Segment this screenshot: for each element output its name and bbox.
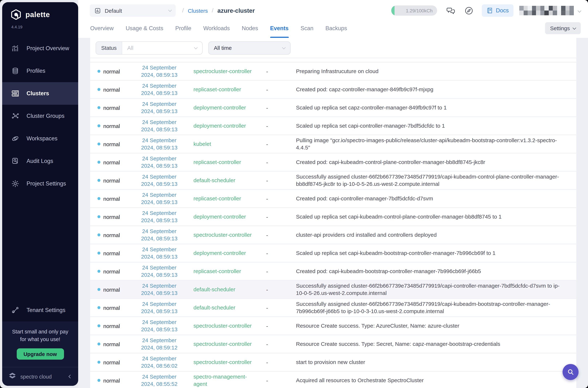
status-cell: normal <box>97 305 132 311</box>
tab-workloads[interactable]: Workloads <box>203 19 230 38</box>
message-cell: Resource Create success. Type: AzureClus… <box>285 322 570 329</box>
docs-button[interactable]: Docs <box>482 4 514 17</box>
table-row[interactable]: normal 24 September 2024, 08:59:13 spect… <box>90 63 576 81</box>
dash-cell: - <box>263 341 285 347</box>
date-cell: 24 September 2024, 08:59:13 <box>132 282 186 297</box>
table-row[interactable]: normal 24 September 2024, 08:59:13 spect… <box>90 226 576 244</box>
sidebar-footer: spectro cloud <box>2 367 78 386</box>
status-label: normal <box>103 68 120 74</box>
table-row[interactable]: normal 24 September 2024, 08:59:13 repli… <box>90 263 576 281</box>
date-line1: 24 September <box>132 300 186 308</box>
doc-search-icon <box>11 157 19 165</box>
promo-text-line2: for what you use! <box>7 336 73 343</box>
sidebar-item-audit-logs[interactable]: Audit Logs <box>2 150 78 172</box>
breadcrumb-clusters-link[interactable]: Clusters <box>188 7 208 14</box>
sidebar-item-tenant-settings[interactable]: Tenant Settings <box>2 299 78 321</box>
status-cell: normal <box>97 359 132 365</box>
source-cell: spectrocluster-controller <box>186 231 263 239</box>
message-cell: Created pod: capi-controller-manager-7bd… <box>285 195 570 202</box>
status-label: normal <box>103 177 120 183</box>
date-cell: 24 September 2024, 08:59:13 <box>132 119 186 133</box>
tab-backups[interactable]: Backups <box>326 19 347 38</box>
date-line2: 2024, 08:59:13 <box>132 144 186 151</box>
table-row[interactable]: normal 24 September 2024, 08:59:13 defau… <box>90 299 576 317</box>
date-line1: 24 September <box>132 282 186 290</box>
status-dot-icon <box>97 288 100 291</box>
table-row[interactable]: normal 24 September 2024, 08:59:13 deplo… <box>90 117 576 135</box>
sidebar-item-project-overview[interactable]: Project Overview <box>2 37 78 60</box>
date-line2: 2024, 08:59:13 <box>132 308 186 315</box>
table-row[interactable]: normal 24 September 2024, 08:56:02 spect… <box>90 353 576 372</box>
logo-text: palette <box>25 10 50 19</box>
time-range-filter[interactable]: All time <box>208 41 291 54</box>
user-menu-chevron-icon[interactable] <box>578 9 581 12</box>
tab-scan[interactable]: Scan <box>301 19 313 38</box>
status-label: normal <box>103 86 120 93</box>
book-icon <box>486 7 493 14</box>
table-row[interactable]: normal 24 September 2024, 08:55:52 spect… <box>90 372 576 388</box>
sidebar-item-profiles[interactable]: Profiles <box>2 60 78 82</box>
source-cell: default-scheduler <box>186 177 263 184</box>
sidebar-item-label: Audit Logs <box>26 158 53 164</box>
dash-cell: - <box>263 159 285 165</box>
source-cell: deployment-controller <box>186 104 263 111</box>
sidebar-nav: Project OverviewProfilesClustersCluster … <box>2 37 78 195</box>
dash-cell: - <box>263 86 285 93</box>
status-dot-icon <box>97 361 100 364</box>
tab-events[interactable]: Events <box>270 19 288 38</box>
tab-nodes[interactable]: Nodes <box>242 19 258 38</box>
date-line2: 2024, 08:55:52 <box>132 380 186 388</box>
brand-text: spectro cloud <box>20 374 66 379</box>
status-filter[interactable]: Status All <box>96 41 203 54</box>
date-cell: 24 September 2024, 08:59:13 <box>132 100 186 115</box>
status-dot-icon <box>97 252 100 255</box>
date-cell: 24 September 2024, 08:59:13 <box>132 209 186 224</box>
sidebar-item-label: Clusters <box>26 90 49 97</box>
tools-icon <box>11 306 19 314</box>
table-row[interactable]: normal 24 September 2024, 08:59:13 repli… <box>90 81 576 99</box>
sidebar-item-clusters[interactable]: Clusters <box>2 82 78 105</box>
sidebar-item-project-settings[interactable]: Project Settings <box>2 172 78 195</box>
usage-quota-value: 1.29/100kCh <box>406 8 437 13</box>
date-line2: 2024, 08:59:13 <box>132 198 186 206</box>
collapse-sidebar-icon[interactable] <box>69 375 72 378</box>
tab-profile[interactable]: Profile <box>175 19 191 38</box>
table-row[interactable]: normal 24 September 2024, 08:59:13 kubel… <box>90 135 576 153</box>
table-row[interactable]: normal 24 September 2024, 08:59:13 deplo… <box>90 99 576 117</box>
table-row[interactable]: normal 24 September 2024, 08:59:13 defau… <box>90 172 576 190</box>
network-nodes-icon <box>11 112 19 120</box>
table-row[interactable]: normal 24 September 2024, 08:59:13 repli… <box>90 190 576 208</box>
upgrade-now-button[interactable]: Upgrade now <box>17 348 64 360</box>
table-row[interactable]: normal 24 September 2024, 08:59:13 deplo… <box>90 208 576 226</box>
source-cell: spectro-management-agent <box>186 373 263 388</box>
project-selector[interactable]: Default <box>90 4 176 17</box>
date-cell: 24 September 2024, 08:59:13 <box>132 300 186 315</box>
date-line1: 24 September <box>132 64 186 71</box>
table-row[interactable]: normal 24 September 2024, 08:59:13 defau… <box>90 281 576 299</box>
message-cell: Created pod: capi-kubeadm-bootstrap-cont… <box>285 268 570 275</box>
dash-cell: - <box>263 359 285 365</box>
table-row[interactable]: normal 24 September 2024, 08:59:12 spect… <box>90 335 576 353</box>
topbar: Default / Clusters / azure-cluster 1.29/… <box>78 0 588 19</box>
table-row[interactable]: normal 24 September 2024, 08:59:13 repli… <box>90 153 576 172</box>
cluster-settings-button[interactable]: Settings <box>545 22 581 34</box>
status-dot-icon <box>97 270 100 273</box>
table-row[interactable]: normal 24 September 2024, 08:59:13 deplo… <box>90 244 576 263</box>
logo: palette <box>2 2 78 20</box>
date-cell: 24 September 2024, 08:59:13 <box>132 64 186 78</box>
sidebar-item-cluster-groups[interactable]: Cluster Groups <box>2 105 78 127</box>
message-cell: start to provision new cluster <box>285 359 570 366</box>
tab-overview[interactable]: Overview <box>90 19 114 38</box>
date-line2: 2024, 08:59:13 <box>132 180 186 188</box>
sidebar-item-workspaces[interactable]: Workspaces <box>2 127 78 150</box>
chat-icon[interactable] <box>446 6 455 15</box>
status-label: normal <box>103 232 120 238</box>
date-line1: 24 September <box>132 337 186 344</box>
compass-icon[interactable] <box>464 6 473 15</box>
status-cell: normal <box>97 86 132 93</box>
search-fab-button[interactable] <box>563 364 579 380</box>
table-row[interactable]: normal 24 September 2024, 08:59:13 spect… <box>90 317 576 335</box>
date-line2: 2024, 08:59:13 <box>132 108 186 115</box>
project-name: Default <box>105 7 165 14</box>
tab-usage-costs[interactable]: Usage & Costs <box>126 19 163 38</box>
